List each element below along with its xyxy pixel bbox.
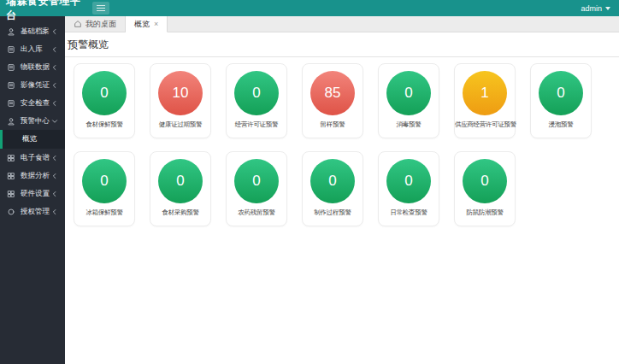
grid-icon bbox=[7, 153, 16, 162]
sidebar-item-label: 授权管理 bbox=[21, 207, 50, 217]
sidebar-item-label: 预警中心 bbox=[21, 116, 50, 126]
alert-card-label: 健康证过期预警 bbox=[150, 120, 210, 129]
alert-count-badge: 0 bbox=[158, 159, 203, 203]
alert-card-label: 供应商经营许可证预警 bbox=[455, 120, 515, 129]
sidebar-item-e-recipes[interactable]: 电子食谱 bbox=[0, 149, 65, 167]
sidebar-item-hardware-settings[interactable]: 硬件设置 bbox=[0, 185, 65, 203]
file-icon bbox=[7, 62, 16, 72]
chevron-left-icon bbox=[50, 45, 59, 54]
app-window: 瑞森食安管理平台 admin 基础档案出入库物联数据影像凭证安全检查预警中心概览… bbox=[0, 0, 619, 364]
sidebar-toggle-button[interactable] bbox=[92, 2, 109, 15]
user-menu[interactable]: admin bbox=[581, 4, 619, 13]
alert-card-label: 制作过程预警 bbox=[303, 208, 363, 217]
file-icon bbox=[7, 80, 16, 90]
alert-card-food-purchase[interactable]: 0食材采购预警 bbox=[150, 151, 211, 226]
tab-label: 概览 bbox=[134, 19, 150, 30]
tab-bar: 我的桌面概览× bbox=[65, 16, 619, 32]
alert-card-label: 日常检查预警 bbox=[379, 208, 439, 217]
alert-count-badge: 0 bbox=[234, 71, 279, 115]
file-icon bbox=[7, 98, 16, 108]
chevron-left-icon bbox=[50, 81, 59, 90]
alert-card-label: 留样预警 bbox=[303, 120, 363, 129]
sidebar-item-label: 物联数据 bbox=[21, 62, 50, 73]
chevron-left-icon bbox=[50, 27, 59, 36]
alert-count-badge: 0 bbox=[463, 159, 507, 203]
top-header: 瑞森食安管理平台 admin bbox=[0, 0, 619, 16]
sidebar-item-image-voucher[interactable]: 影像凭证 bbox=[0, 76, 65, 94]
alert-count-badge: 10 bbox=[158, 71, 203, 115]
alert-count-badge: 0 bbox=[386, 159, 431, 203]
sidebar-item-iot-data[interactable]: 物联数据 bbox=[0, 58, 65, 76]
sidebar-item-label: 硬件设置 bbox=[21, 189, 50, 199]
chevron-left-icon bbox=[50, 208, 59, 216]
sidebar-item-label: 基础档案 bbox=[21, 26, 50, 37]
page-title: 预警概览 bbox=[65, 32, 619, 56]
sidebar-subitem-overview[interactable]: 概览 bbox=[0, 130, 65, 149]
username-label: admin bbox=[581, 4, 602, 13]
user-icon bbox=[7, 26, 16, 36]
chevron-left-icon bbox=[50, 99, 59, 108]
sidebar-item-safety-inspection[interactable]: 安全检查 bbox=[0, 94, 65, 112]
sidebar-item-inbound-outbound[interactable]: 出入库 bbox=[0, 40, 65, 58]
file-icon bbox=[7, 44, 16, 54]
alert-card-supplier-license[interactable]: 1供应商经营许可证预警 bbox=[454, 63, 516, 138]
alert-count-badge: 0 bbox=[386, 71, 431, 115]
alert-card-label: 食材采购预警 bbox=[150, 208, 210, 217]
main-content: 我的桌面概览× 预警概览 0食材保鲜预警10健康证过期预警0经营许可证预警85留… bbox=[65, 16, 619, 364]
tab-label: 我的桌面 bbox=[85, 19, 116, 30]
sidebar: 基础档案出入库物联数据影像凭证安全检查预警中心概览电子食谱数据分析硬件设置授权管… bbox=[0, 16, 65, 364]
chevron-left-icon bbox=[50, 190, 59, 198]
alert-card-label: 经营许可证预警 bbox=[227, 120, 286, 129]
sidebar-item-label: 数据分析 bbox=[21, 171, 50, 181]
alert-card-business-license[interactable]: 0经营许可证预警 bbox=[226, 63, 287, 138]
alert-card-production-process[interactable]: 0制作过程预警 bbox=[302, 151, 363, 226]
grid-icon bbox=[7, 189, 16, 198]
alert-count-badge: 1 bbox=[463, 71, 507, 115]
sidebar-item-label: 出入库 bbox=[21, 44, 43, 55]
alert-card-daily-inspection[interactable]: 0日常检查预警 bbox=[378, 151, 439, 226]
alert-card-food-freshness[interactable]: 0食材保鲜预警 bbox=[74, 63, 135, 138]
alert-count-badge: 0 bbox=[310, 159, 355, 203]
alert-count-badge: 0 bbox=[82, 159, 127, 203]
chevron-left-icon bbox=[50, 154, 59, 162]
sidebar-item-data-analysis[interactable]: 数据分析 bbox=[0, 167, 65, 185]
alert-card-health-cert-expiry[interactable]: 10健康证过期预警 bbox=[150, 63, 211, 138]
alert-card-sample-retention[interactable]: 85留样预警 bbox=[302, 63, 363, 138]
alert-card-label: 农药残留预警 bbox=[227, 208, 286, 217]
grid-icon bbox=[7, 171, 16, 180]
sidebar-item-alert-center[interactable]: 预警中心 bbox=[0, 112, 65, 130]
chevron-left-icon bbox=[50, 172, 59, 180]
alert-card-label: 防鼠防潮预警 bbox=[455, 208, 515, 217]
user-icon bbox=[7, 116, 16, 126]
alert-card-label: 食材保鲜预警 bbox=[74, 120, 134, 129]
sidebar-item-label: 安全检查 bbox=[21, 98, 50, 109]
tab-overview[interactable]: 概览× bbox=[126, 16, 168, 32]
app-logo: 瑞森食安管理平台 bbox=[0, 0, 85, 23]
alert-card-label: 浸泡预警 bbox=[531, 120, 591, 129]
chevron-down-icon bbox=[605, 7, 610, 10]
sidebar-item-label: 影像凭证 bbox=[21, 80, 50, 91]
alert-card-label: 冰箱保鲜预警 bbox=[74, 208, 134, 217]
alert-card-fridge-freshness[interactable]: 0冰箱保鲜预警 bbox=[74, 151, 135, 226]
chevron-left-icon bbox=[50, 63, 59, 72]
alert-count-badge: 0 bbox=[82, 71, 127, 115]
close-icon[interactable]: × bbox=[154, 21, 158, 28]
alert-card-label: 消毒预警 bbox=[379, 120, 439, 129]
alert-cards-grid: 0食材保鲜预警10健康证过期预警0经营许可证预警85留样预警0消毒预警1供应商经… bbox=[65, 57, 619, 226]
sidebar-subitem-label: 概览 bbox=[22, 134, 37, 144]
sidebar-item-authorization[interactable]: 授权管理 bbox=[0, 203, 65, 220]
alert-card-soaking[interactable]: 0浸泡预警 bbox=[530, 63, 592, 138]
alert-count-badge: 0 bbox=[539, 71, 583, 115]
sidebar-item-label: 电子食谱 bbox=[21, 153, 50, 163]
alert-count-badge: 0 bbox=[234, 159, 279, 203]
chevron-down-icon bbox=[50, 117, 59, 126]
sidebar-item-basic-archives[interactable]: 基础档案 bbox=[0, 22, 65, 40]
ring-icon bbox=[7, 207, 16, 216]
alert-card-disinfection[interactable]: 0消毒预警 bbox=[378, 63, 439, 138]
alert-count-badge: 85 bbox=[310, 71, 355, 115]
alert-card-rodent-moisture[interactable]: 0防鼠防潮预警 bbox=[454, 151, 516, 226]
alert-card-pesticide-residue[interactable]: 0农药残留预警 bbox=[226, 151, 287, 226]
